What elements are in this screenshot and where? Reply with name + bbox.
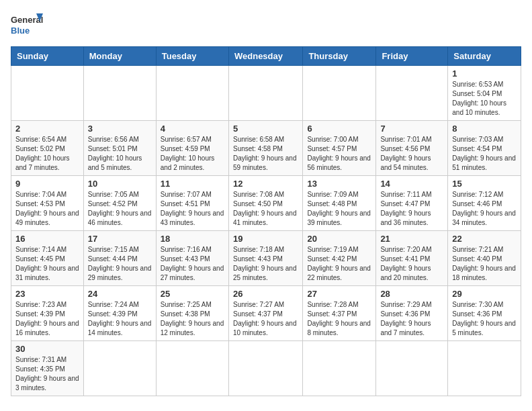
calendar-cell — [11, 66, 84, 121]
calendar-cell: 15Sunrise: 7:12 AM Sunset: 4:46 PM Dayli… — [448, 176, 521, 231]
page-header: General Blue — [11, 11, 521, 41]
day-info: Sunrise: 7:09 AM Sunset: 4:48 PM Dayligh… — [307, 190, 371, 228]
day-number: 13 — [307, 179, 371, 189]
calendar-cell: 6Sunrise: 7:00 AM Sunset: 4:57 PM Daylig… — [303, 121, 376, 176]
day-number: 12 — [233, 179, 298, 189]
calendar-cell — [228, 66, 302, 121]
day-info: Sunrise: 7:04 AM Sunset: 4:53 PM Dayligh… — [15, 190, 79, 228]
day-info: Sunrise: 7:21 AM Sunset: 4:40 PM Dayligh… — [452, 245, 517, 283]
calendar-week-row: 30Sunrise: 7:31 AM Sunset: 4:35 PM Dayli… — [11, 341, 521, 396]
weekday-header: Wednesday — [228, 47, 302, 66]
day-info: Sunrise: 7:18 AM Sunset: 4:43 PM Dayligh… — [233, 245, 298, 283]
calendar-cell: 20Sunrise: 7:19 AM Sunset: 4:42 PM Dayli… — [303, 231, 376, 286]
logo-svg: General Blue — [11, 11, 44, 41]
day-number: 20 — [307, 234, 371, 244]
calendar-cell — [83, 66, 156, 121]
day-number: 6 — [307, 124, 371, 134]
day-number: 7 — [380, 124, 443, 134]
calendar-body: 1Sunrise: 6:53 AM Sunset: 5:04 PM Daylig… — [11, 66, 521, 396]
calendar-cell: 24Sunrise: 7:24 AM Sunset: 4:39 PM Dayli… — [83, 286, 156, 341]
day-info: Sunrise: 7:07 AM Sunset: 4:51 PM Dayligh… — [161, 190, 224, 228]
weekday-header: Sunday — [11, 47, 84, 66]
calendar-cell: 17Sunrise: 7:15 AM Sunset: 4:44 PM Dayli… — [83, 231, 156, 286]
calendar-cell: 2Sunrise: 6:54 AM Sunset: 5:02 PM Daylig… — [11, 121, 84, 176]
day-info: Sunrise: 7:14 AM Sunset: 4:45 PM Dayligh… — [15, 245, 79, 283]
calendar-cell: 18Sunrise: 7:16 AM Sunset: 4:43 PM Dayli… — [156, 231, 228, 286]
calendar-cell: 26Sunrise: 7:27 AM Sunset: 4:37 PM Dayli… — [228, 286, 302, 341]
calendar-table: SundayMondayTuesdayWednesdayThursdayFrid… — [11, 46, 521, 396]
calendar-cell — [303, 66, 376, 121]
day-info: Sunrise: 7:25 AM Sunset: 4:38 PM Dayligh… — [161, 300, 224, 338]
day-info: Sunrise: 7:29 AM Sunset: 4:36 PM Dayligh… — [380, 300, 443, 338]
day-number: 25 — [161, 289, 224, 299]
day-number: 3 — [88, 124, 152, 134]
day-info: Sunrise: 6:58 AM Sunset: 4:58 PM Dayligh… — [233, 135, 298, 173]
day-info: Sunrise: 7:23 AM Sunset: 4:39 PM Dayligh… — [15, 300, 79, 338]
day-number: 10 — [88, 179, 152, 189]
weekday-header: Tuesday — [156, 47, 228, 66]
calendar-cell: 22Sunrise: 7:21 AM Sunset: 4:40 PM Dayli… — [448, 231, 521, 286]
calendar-cell — [156, 341, 228, 396]
day-info: Sunrise: 7:28 AM Sunset: 4:37 PM Dayligh… — [307, 300, 371, 338]
day-info: Sunrise: 7:31 AM Sunset: 4:35 PM Dayligh… — [15, 355, 79, 393]
weekday-header: Saturday — [448, 47, 521, 66]
calendar-cell: 8Sunrise: 7:03 AM Sunset: 4:54 PM Daylig… — [448, 121, 521, 176]
calendar-cell — [156, 66, 228, 121]
day-info: Sunrise: 7:20 AM Sunset: 4:41 PM Dayligh… — [380, 245, 443, 283]
calendar-header: SundayMondayTuesdayWednesdayThursdayFrid… — [11, 47, 521, 66]
calendar-cell: 3Sunrise: 6:56 AM Sunset: 5:01 PM Daylig… — [83, 121, 156, 176]
day-number: 30 — [15, 344, 79, 354]
day-info: Sunrise: 7:03 AM Sunset: 4:54 PM Dayligh… — [452, 135, 517, 173]
day-info: Sunrise: 7:12 AM Sunset: 4:46 PM Dayligh… — [452, 190, 517, 228]
day-number: 16 — [15, 234, 79, 244]
weekday-header: Friday — [376, 47, 448, 66]
calendar-week-row: 1Sunrise: 6:53 AM Sunset: 5:04 PM Daylig… — [11, 66, 521, 121]
calendar-cell — [303, 341, 376, 396]
calendar-week-row: 9Sunrise: 7:04 AM Sunset: 4:53 PM Daylig… — [11, 176, 521, 231]
day-number: 21 — [380, 234, 443, 244]
day-number: 9 — [15, 179, 79, 189]
day-number: 28 — [380, 289, 443, 299]
day-info: Sunrise: 7:08 AM Sunset: 4:50 PM Dayligh… — [233, 190, 298, 228]
calendar-week-row: 23Sunrise: 7:23 AM Sunset: 4:39 PM Dayli… — [11, 286, 521, 341]
day-number: 11 — [161, 179, 224, 189]
weekday-header: Thursday — [303, 47, 376, 66]
calendar-cell: 13Sunrise: 7:09 AM Sunset: 4:48 PM Dayli… — [303, 176, 376, 231]
day-number: 24 — [88, 289, 152, 299]
calendar-cell: 12Sunrise: 7:08 AM Sunset: 4:50 PM Dayli… — [228, 176, 302, 231]
calendar-cell: 25Sunrise: 7:25 AM Sunset: 4:38 PM Dayli… — [156, 286, 228, 341]
calendar-cell: 30Sunrise: 7:31 AM Sunset: 4:35 PM Dayli… — [11, 341, 84, 396]
calendar-cell — [83, 341, 156, 396]
calendar-cell: 11Sunrise: 7:07 AM Sunset: 4:51 PM Dayli… — [156, 176, 228, 231]
day-number: 26 — [233, 289, 298, 299]
day-info: Sunrise: 6:56 AM Sunset: 5:01 PM Dayligh… — [88, 135, 152, 173]
day-number: 15 — [452, 179, 517, 189]
weekday-header: Monday — [83, 47, 156, 66]
day-number: 18 — [161, 234, 224, 244]
day-number: 27 — [307, 289, 371, 299]
calendar-cell: 5Sunrise: 6:58 AM Sunset: 4:58 PM Daylig… — [228, 121, 302, 176]
calendar-week-row: 2Sunrise: 6:54 AM Sunset: 5:02 PM Daylig… — [11, 121, 521, 176]
day-info: Sunrise: 7:11 AM Sunset: 4:47 PM Dayligh… — [380, 190, 443, 228]
calendar-cell — [448, 341, 521, 396]
day-number: 4 — [161, 124, 224, 134]
weekday-row: SundayMondayTuesdayWednesdayThursdayFrid… — [11, 47, 521, 66]
day-number: 14 — [380, 179, 443, 189]
day-info: Sunrise: 6:53 AM Sunset: 5:04 PM Dayligh… — [452, 80, 517, 118]
day-number: 17 — [88, 234, 152, 244]
svg-text:Blue: Blue — [11, 26, 30, 36]
day-info: Sunrise: 7:01 AM Sunset: 4:56 PM Dayligh… — [380, 135, 443, 173]
day-info: Sunrise: 7:30 AM Sunset: 4:36 PM Dayligh… — [452, 300, 517, 338]
calendar-cell: 28Sunrise: 7:29 AM Sunset: 4:36 PM Dayli… — [376, 286, 448, 341]
day-number: 1 — [452, 68, 517, 79]
day-info: Sunrise: 7:00 AM Sunset: 4:57 PM Dayligh… — [307, 135, 371, 173]
calendar-cell: 1Sunrise: 6:53 AM Sunset: 5:04 PM Daylig… — [448, 66, 521, 121]
logo: General Blue — [11, 11, 44, 41]
calendar-cell: 21Sunrise: 7:20 AM Sunset: 4:41 PM Dayli… — [376, 231, 448, 286]
day-info: Sunrise: 7:16 AM Sunset: 4:43 PM Dayligh… — [161, 245, 224, 283]
calendar-cell: 29Sunrise: 7:30 AM Sunset: 4:36 PM Dayli… — [448, 286, 521, 341]
calendar-cell: 10Sunrise: 7:05 AM Sunset: 4:52 PM Dayli… — [83, 176, 156, 231]
calendar-cell: 14Sunrise: 7:11 AM Sunset: 4:47 PM Dayli… — [376, 176, 448, 231]
calendar-week-row: 16Sunrise: 7:14 AM Sunset: 4:45 PM Dayli… — [11, 231, 521, 286]
calendar-cell — [376, 66, 448, 121]
